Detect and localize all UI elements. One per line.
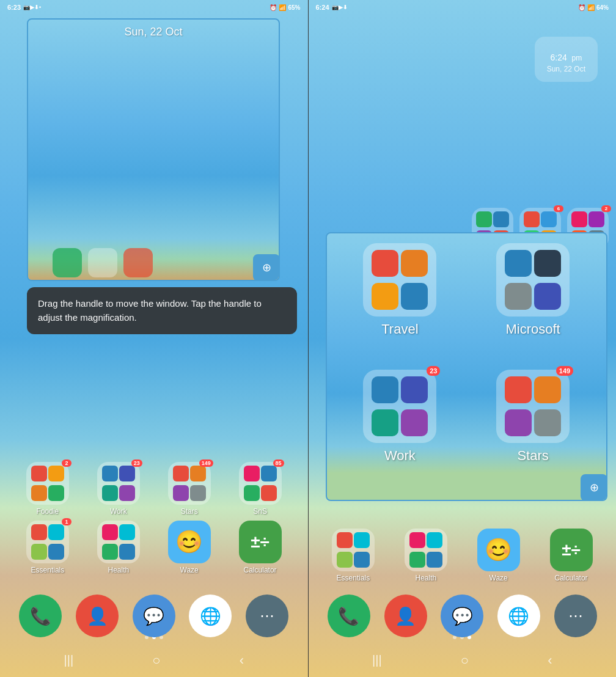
nav-back-right[interactable]: ‹ bbox=[548, 653, 552, 668]
mag-handle-right[interactable]: ⊕ bbox=[581, 474, 607, 501]
tooltip-magnification: Drag the handle to move the window. Tap … bbox=[27, 287, 297, 334]
strip-badge-3: 2 bbox=[601, 205, 611, 212]
calculator-icon-wrapper[interactable]: ±÷ bbox=[239, 521, 282, 563]
mini-app bbox=[102, 524, 118, 540]
right-essentials-folder[interactable] bbox=[332, 529, 375, 571]
right-dock-contacts[interactable]: 👤 bbox=[384, 595, 427, 637]
health-folder[interactable] bbox=[97, 521, 140, 563]
stars-badge-right: 149 bbox=[556, 366, 573, 376]
work-folder-icon-right[interactable]: 23 bbox=[363, 370, 436, 443]
right-health-folder[interactable] bbox=[405, 529, 447, 571]
app-sns[interactable]: 85 SnS bbox=[233, 462, 288, 516]
mag-folder-stars[interactable]: 149 Stars bbox=[469, 370, 596, 490]
mini-app bbox=[244, 466, 260, 481]
mini-app bbox=[409, 532, 425, 548]
essentials-folder[interactable] bbox=[26, 521, 69, 563]
mag-mini-app bbox=[401, 409, 428, 436]
right-waze[interactable]: 😊 Waze bbox=[471, 529, 526, 582]
clock-date: Sun, 22 Oct bbox=[547, 65, 585, 73]
mag-folder-work[interactable]: 23 Work bbox=[337, 370, 464, 490]
essentials-icon-wrapper[interactable]: 1 bbox=[26, 521, 69, 563]
mag-mini-app bbox=[505, 409, 532, 436]
stars-folder[interactable] bbox=[168, 462, 211, 505]
mag-folder-travel[interactable]: Travel bbox=[337, 243, 464, 364]
dock-chrome[interactable]: 🌐 bbox=[189, 595, 232, 637]
mag-mini-app bbox=[372, 409, 398, 436]
essentials-badge: 1 bbox=[62, 518, 72, 525]
right-status-right: ⏰ 📶 64% bbox=[578, 4, 609, 11]
app-health[interactable]: Health bbox=[91, 521, 146, 574]
nav-back-left[interactable]: ‹ bbox=[240, 653, 244, 668]
sns-badge: 85 bbox=[273, 459, 284, 467]
app-essentials[interactable]: 1 Essentials bbox=[20, 521, 75, 574]
mini-app bbox=[48, 544, 64, 560]
right-health-label: Health bbox=[415, 574, 436, 582]
mag-window-date: Sun, 22 Oct bbox=[28, 20, 279, 38]
mini-app bbox=[261, 485, 277, 501]
app-stars[interactable]: 149 Stars bbox=[162, 462, 217, 516]
left-battery: 65% bbox=[288, 4, 300, 11]
dock-phone[interactable]: 📞 bbox=[19, 595, 62, 637]
mag-folder-microsoft[interactable]: Microsoft bbox=[469, 243, 596, 364]
app-foodie[interactable]: 2 Foodie bbox=[20, 462, 75, 516]
mag-handle-left[interactable]: ⊕ bbox=[253, 254, 280, 281]
mini-app bbox=[427, 552, 442, 568]
right-dock-apps[interactable]: ⋯ bbox=[554, 595, 597, 637]
mag-mini-app bbox=[401, 283, 428, 310]
microsoft-label: Microsoft bbox=[506, 321, 560, 337]
app-work[interactable]: 23 Work bbox=[91, 462, 146, 516]
sns-icon-wrapper[interactable]: 85 bbox=[239, 462, 282, 505]
dock-apps[interactable]: ⋯ bbox=[246, 595, 288, 637]
app-calculator[interactable]: ±÷ Calculator bbox=[233, 521, 288, 574]
sns-folder[interactable] bbox=[239, 462, 282, 505]
mini-app bbox=[354, 552, 370, 568]
right-time: 6:24 bbox=[316, 4, 329, 11]
dock-messages[interactable]: 💬 bbox=[133, 595, 175, 637]
app-row-2: 1 Essentials Health 😊 bbox=[12, 521, 296, 574]
right-signal: 📶 bbox=[587, 4, 595, 11]
stars-folder-icon-right[interactable]: 149 bbox=[496, 370, 570, 443]
waze-icon-wrapper[interactable]: 😊 bbox=[168, 521, 211, 563]
right-waze-wrapper[interactable]: 😊 bbox=[477, 529, 520, 571]
travel-folder-icon[interactable] bbox=[363, 243, 436, 317]
app-waze[interactable]: 😊 Waze bbox=[162, 521, 217, 574]
mini-app bbox=[119, 485, 135, 501]
tooltip-text: Drag the handle to move the window. Tap … bbox=[38, 298, 262, 323]
right-essentials-wrapper[interactable] bbox=[332, 529, 375, 571]
foodie-icon-wrapper[interactable]: 2 bbox=[26, 462, 69, 505]
right-essentials[interactable]: Essentials bbox=[326, 529, 381, 582]
nav-home-left[interactable]: ○ bbox=[152, 653, 160, 668]
right-dock-messages[interactable]: 💬 bbox=[441, 595, 483, 637]
nav-recents-right[interactable]: ||| bbox=[372, 653, 382, 667]
mini-app bbox=[48, 466, 64, 481]
stars-icon-wrapper[interactable]: 149 bbox=[168, 462, 211, 505]
nav-recents-left[interactable]: ||| bbox=[64, 653, 74, 667]
essentials-label: Essentials bbox=[31, 566, 65, 574]
travel-label: Travel bbox=[381, 321, 418, 337]
stars-badge: 149 bbox=[199, 459, 213, 467]
dock-contacts[interactable]: 👤 bbox=[76, 595, 119, 637]
mini-app bbox=[409, 552, 425, 568]
sns-label: SnS bbox=[253, 507, 267, 516]
work-folder[interactable] bbox=[97, 462, 140, 505]
mag-folders-grid: Travel Microsoft 23 bbox=[327, 233, 607, 500]
right-dock-phone[interactable]: 📞 bbox=[328, 595, 370, 637]
right-health[interactable]: Health bbox=[398, 529, 453, 582]
mini-app bbox=[119, 466, 135, 481]
mini-app bbox=[48, 524, 64, 540]
mag-mini-app bbox=[505, 250, 532, 277]
health-icon-wrapper[interactable] bbox=[97, 521, 140, 563]
microsoft-folder-icon[interactable] bbox=[496, 243, 570, 317]
right-calculator-wrapper[interactable]: ±÷ bbox=[550, 529, 593, 571]
mag-mini-app bbox=[372, 250, 398, 277]
right-dock-chrome[interactable]: 🌐 bbox=[497, 595, 540, 637]
right-calculator[interactable]: ±÷ Calculator bbox=[544, 529, 599, 582]
magnification-window-right[interactable]: Travel Microsoft 23 bbox=[326, 232, 608, 501]
work-icon-wrapper[interactable]: 23 bbox=[97, 462, 140, 505]
foodie-folder[interactable] bbox=[26, 462, 69, 505]
nav-home-right[interactable]: ○ bbox=[461, 653, 469, 668]
clock-time-value: 6:24 bbox=[550, 53, 566, 62]
magnification-window-left[interactable]: Sun, 22 Oct ⊕ bbox=[27, 18, 280, 281]
right-battery: 64% bbox=[596, 4, 609, 11]
right-health-wrapper[interactable] bbox=[405, 529, 447, 571]
